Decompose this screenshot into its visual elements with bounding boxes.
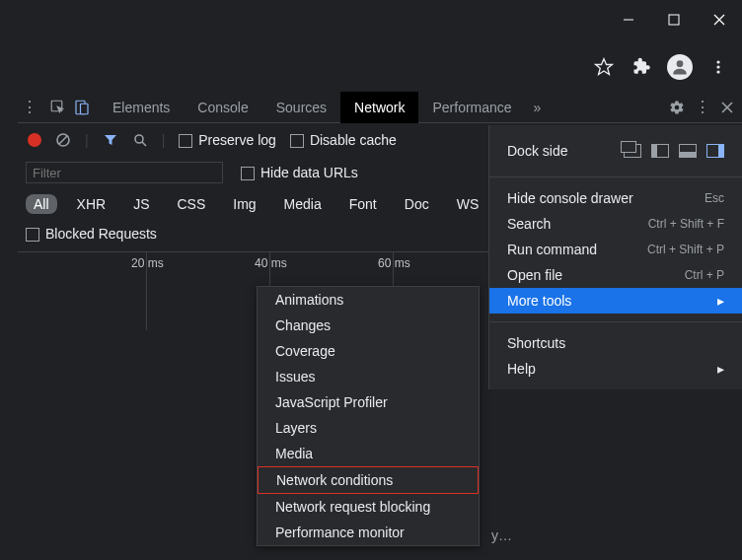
- menu-search[interactable]: Search Ctrl + Shift + F: [489, 211, 742, 237]
- timeline-tick: 60 ms: [378, 256, 410, 270]
- devtools-drag-icon[interactable]: ⋮: [18, 98, 41, 116]
- bookmark-star-icon[interactable]: [592, 55, 616, 79]
- dock-right-icon[interactable]: [706, 144, 724, 158]
- dock-left-icon[interactable]: [651, 144, 669, 158]
- menu-network-conditions[interactable]: Network conditions: [258, 466, 479, 494]
- menu-js-profiler[interactable]: JavaScript Profiler: [258, 389, 479, 415]
- menu-layers[interactable]: Layers: [258, 415, 479, 441]
- minimize-button[interactable]: [606, 0, 651, 39]
- tab-performance[interactable]: Performance: [418, 92, 525, 123]
- extensions-icon[interactable]: [630, 55, 653, 79]
- menu-run-command[interactable]: Run command Ctrl + Shift + P: [489, 237, 742, 262]
- disable-cache-checkbox[interactable]: Disable cache: [290, 132, 397, 148]
- filter-funnel-icon[interactable]: [103, 132, 118, 148]
- menu-more-tools[interactable]: More tools ▸: [489, 288, 742, 314]
- search-icon[interactable]: [132, 132, 148, 148]
- menu-issues[interactable]: Issues: [258, 364, 479, 389]
- inspect-element-icon[interactable]: [49, 99, 67, 116]
- menu-performance-monitor[interactable]: Performance monitor: [258, 520, 479, 545]
- svg-rect-11: [81, 104, 89, 114]
- hide-data-urls-label: Hide data URLs: [260, 165, 358, 180]
- devtools-main-menu: Dock side Hide console drawer Esc Search…: [488, 125, 742, 389]
- menu-network-request-blocking[interactable]: Network request blocking: [258, 494, 479, 520]
- svg-rect-1: [669, 15, 679, 25]
- svg-point-5: [677, 60, 684, 67]
- filter-css[interactable]: CSS: [169, 194, 213, 214]
- dock-side-label: Dock side: [507, 143, 567, 159]
- svg-line-15: [59, 136, 67, 144]
- clear-icon[interactable]: [55, 132, 71, 148]
- settings-gear-icon[interactable]: [669, 100, 685, 115]
- svg-point-6: [716, 60, 719, 63]
- menu-shortcut: Esc: [705, 191, 724, 205]
- menu-label: Shortcuts: [507, 335, 565, 351]
- filter-all[interactable]: All: [26, 194, 57, 214]
- menu-hide-drawer[interactable]: Hide console drawer Esc: [489, 185, 742, 211]
- dock-undock-icon[interactable]: [624, 144, 641, 158]
- menu-label: Search: [507, 216, 551, 232]
- filter-media[interactable]: Media: [276, 194, 330, 214]
- svg-point-8: [716, 70, 719, 73]
- svg-marker-4: [596, 59, 613, 75]
- menu-label: Run command: [507, 242, 597, 257]
- timeline-tick: 20 ms: [131, 256, 164, 270]
- filter-ws[interactable]: WS: [449, 194, 487, 214]
- menu-label: Hide console drawer: [507, 190, 633, 206]
- menu-changes[interactable]: Changes: [258, 313, 479, 338]
- blocked-requests-label: Blocked Requests: [45, 226, 157, 242]
- tab-sources[interactable]: Sources: [262, 92, 340, 123]
- devtools-tab-bar: ⋮ Elements Console Sources Network Perfo…: [18, 92, 742, 123]
- profile-avatar[interactable]: [667, 54, 693, 80]
- menu-help[interactable]: Help ▸: [489, 356, 742, 382]
- menu-shortcuts[interactable]: Shortcuts: [489, 330, 742, 356]
- devtools-close-icon[interactable]: [720, 101, 734, 114]
- menu-label: Help: [507, 361, 536, 377]
- menu-animations[interactable]: Animations: [258, 287, 479, 313]
- filter-doc[interactable]: Doc: [397, 194, 437, 214]
- record-button[interactable]: [28, 133, 41, 147]
- menu-shortcut: Ctrl + P: [685, 268, 724, 282]
- filter-img[interactable]: Img: [225, 194, 263, 214]
- svg-line-17: [142, 142, 146, 146]
- disable-cache-label: Disable cache: [310, 132, 397, 148]
- tab-elements[interactable]: Elements: [99, 92, 184, 123]
- more-tools-submenu: Animations Changes Coverage Issues JavaS…: [257, 286, 480, 546]
- menu-shortcut: Ctrl + Shift + P: [647, 243, 724, 256]
- menu-shortcut: Ctrl + Shift + F: [648, 217, 724, 231]
- hide-data-urls-checkbox[interactable]: Hide data URLs: [241, 165, 358, 180]
- browser-menu-icon[interactable]: [706, 55, 730, 79]
- obscured-text: y…: [491, 527, 512, 543]
- svg-point-16: [135, 135, 143, 143]
- submenu-arrow-icon: ▸: [717, 361, 724, 377]
- filter-xhr[interactable]: XHR: [69, 194, 114, 214]
- timeline-tick: 40 ms: [255, 256, 287, 270]
- filter-input[interactable]: [26, 162, 223, 183]
- preserve-log-checkbox[interactable]: Preserve log: [179, 132, 276, 148]
- devtools-more-icon[interactable]: ⋮: [695, 98, 710, 116]
- maximize-button[interactable]: [651, 0, 697, 39]
- dock-bottom-icon[interactable]: [679, 144, 697, 158]
- menu-label: Open file: [507, 267, 562, 283]
- tab-console[interactable]: Console: [184, 92, 261, 123]
- submenu-arrow-icon: ▸: [717, 293, 724, 309]
- tabs-overflow-icon[interactable]: »: [526, 92, 550, 123]
- preserve-log-label: Preserve log: [198, 132, 276, 148]
- menu-open-file[interactable]: Open file Ctrl + P: [489, 262, 742, 288]
- menu-label: More tools: [507, 293, 571, 309]
- filter-font[interactable]: Font: [341, 194, 385, 214]
- filter-js[interactable]: JS: [125, 194, 157, 214]
- blocked-requests-checkbox[interactable]: Blocked Requests: [26, 226, 157, 242]
- tab-network[interactable]: Network: [340, 92, 418, 123]
- menu-media[interactable]: Media: [258, 441, 479, 466]
- svg-point-7: [716, 65, 719, 68]
- menu-coverage[interactable]: Coverage: [258, 338, 479, 364]
- device-toggle-icon[interactable]: [73, 99, 91, 116]
- close-window-button[interactable]: [697, 0, 742, 39]
